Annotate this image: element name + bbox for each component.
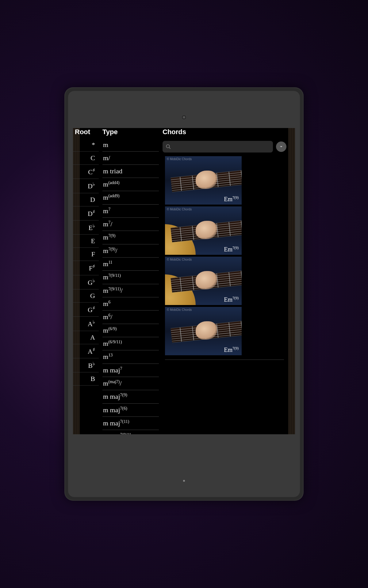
root-item[interactable]: B: [73, 372, 99, 386]
root-accidental: ♯: [93, 209, 95, 214]
type-item[interactable]: m7(9): [102, 231, 159, 244]
root-item[interactable]: E: [73, 235, 99, 248]
type-item[interactable]: m7(9/11)/: [102, 284, 159, 297]
type-post: /: [110, 220, 112, 228]
type-item[interactable]: m6: [102, 297, 159, 311]
chord-card[interactable]: © MobiDic Chords Em7(9): [165, 206, 242, 255]
root-base: B: [88, 362, 93, 369]
root-item[interactable]: E♭: [73, 221, 99, 235]
root-item[interactable]: F♯: [73, 261, 99, 275]
guitarist-hand: [196, 171, 217, 189]
chord-label-root: Em: [224, 246, 232, 253]
type-item[interactable]: m: [102, 138, 159, 152]
type-pre: m triad: [103, 167, 122, 175]
type-superscript: 7(9): [108, 247, 115, 251]
column-type: Type mm/m triadm(add4)m(add9)m7m7/m7(9)m…: [101, 128, 159, 434]
type-superscript: (maj7): [108, 379, 120, 384]
chord-label: Em7(9): [224, 346, 239, 353]
type-pre: m: [103, 141, 108, 149]
root-base: C: [88, 168, 93, 176]
root-accidental: ♭: [93, 278, 95, 283]
root-item[interactable]: G: [73, 289, 99, 303]
root-item[interactable]: D♯: [73, 206, 99, 221]
root-item[interactable]: D: [73, 193, 99, 206]
type-item[interactable]: m(6/9): [102, 324, 159, 337]
chord-card[interactable]: © MobiDic Chords Em7(9): [165, 307, 242, 355]
chord-label-sup: 7(9): [232, 346, 239, 350]
root-item[interactable]: A: [73, 331, 99, 344]
type-item[interactable]: m7/: [102, 218, 159, 231]
app-screen: Root *CC♯D♭DD♯E♭EFF♯G♭GG♯A♭AA♯B♭B Type m…: [73, 128, 295, 434]
type-post: /: [120, 379, 121, 387]
search-icon: [166, 144, 171, 149]
chord-card[interactable]: © MobiDic Chords Em7(9): [165, 156, 242, 205]
type-pre: m: [103, 313, 108, 321]
root-item[interactable]: D♭: [73, 179, 99, 193]
type-superscript: 6: [108, 300, 110, 304]
type-pre: m: [103, 220, 108, 228]
root-item[interactable]: A♯: [73, 344, 99, 358]
type-item[interactable]: m7(9/11): [102, 271, 159, 284]
type-pre: m: [103, 273, 108, 281]
root-base: E: [91, 237, 95, 245]
type-item[interactable]: m maj7(9): [102, 390, 159, 403]
type-pre: m: [103, 326, 108, 334]
type-superscript: 7(9/11): [108, 287, 121, 291]
type-superscript: (add4): [108, 180, 120, 185]
type-item[interactable]: m6/: [102, 311, 159, 324]
type-pre: m: [103, 180, 108, 188]
chord-label: Em7(9): [224, 195, 239, 203]
root-item[interactable]: C: [73, 152, 99, 165]
header-root: Root: [73, 128, 99, 138]
root-item[interactable]: *: [73, 138, 99, 152]
svg-line-1: [169, 147, 171, 149]
header-type: Type: [101, 128, 159, 138]
root-list[interactable]: *CC♯D♭DD♯E♭EFF♯G♭GG♯A♭AA♯B♭B: [73, 138, 99, 434]
header-chords: Chords: [161, 128, 288, 138]
type-pre: m: [103, 260, 108, 268]
search-field[interactable]: [173, 144, 270, 149]
type-superscript: 7(9/11): [108, 273, 121, 278]
type-item[interactable]: m(add4): [102, 178, 159, 191]
type-item[interactable]: m11: [102, 258, 159, 271]
type-item[interactable]: m/: [102, 152, 159, 165]
type-item[interactable]: m maj7(11): [102, 417, 159, 430]
root-item[interactable]: C♯: [73, 165, 99, 179]
tablet-bezel: Root *CC♯D♭DD♯E♭EFF♯G♭GG♯A♭AA♯B♭B Type m…: [68, 91, 300, 497]
type-item[interactable]: m triad: [102, 165, 159, 178]
root-accidental: ♯: [93, 168, 95, 173]
root-item[interactable]: G♯: [73, 303, 99, 317]
root-item[interactable]: A♭: [73, 317, 99, 331]
chord-label-root: Em: [224, 296, 232, 303]
column-root: Root *CC♯D♭DD♯E♭EFF♯G♭GG♯A♭AA♯B♭B: [73, 128, 99, 434]
root-item[interactable]: G♭: [73, 275, 99, 289]
root-item[interactable]: B♭: [73, 358, 99, 372]
type-item[interactable]: m7(9)/: [102, 244, 159, 258]
type-post: /: [110, 313, 112, 321]
type-item[interactable]: m7: [102, 205, 159, 218]
type-item[interactable]: m maj7(9/11: [102, 430, 159, 434]
root-accidental: ♭: [93, 361, 95, 366]
type-pre: m: [103, 287, 108, 294]
chord-card-list[interactable]: © MobiDic Chords Em7(9) © MobiDic Chords…: [161, 156, 288, 357]
type-list[interactable]: mm/m triadm(add4)m(add9)m7m7/m7(9)m7(9)/…: [101, 138, 159, 434]
type-item[interactable]: m(maj7)/: [102, 377, 159, 390]
type-item[interactable]: m(add9): [102, 191, 159, 204]
type-item[interactable]: m maj7: [102, 364, 159, 377]
type-item[interactable]: m maj7(6): [102, 404, 159, 417]
type-item[interactable]: m13: [102, 350, 159, 364]
dropdown-button[interactable]: [276, 141, 286, 152]
root-base: G: [90, 292, 95, 300]
chord-label-sup: 7(9): [232, 296, 239, 300]
search-input[interactable]: [163, 141, 273, 153]
home-indicator: [183, 480, 185, 482]
root-item[interactable]: F: [73, 248, 99, 261]
tablet-frame: Root *CC♯D♭DD♯E♭EFF♯G♭GG♯A♭AA♯B♭B Type m…: [64, 87, 304, 501]
chord-label-root: Em: [224, 196, 232, 202]
type-pre: m maj: [103, 419, 120, 427]
type-item[interactable]: m(6/9/11): [102, 337, 159, 350]
chevron-down-icon: [279, 144, 284, 149]
type-pre: m: [103, 207, 108, 215]
chord-card[interactable]: © MobiDic Chords Em7(9): [165, 257, 242, 305]
column-chords: Chords © Mob: [161, 128, 295, 434]
